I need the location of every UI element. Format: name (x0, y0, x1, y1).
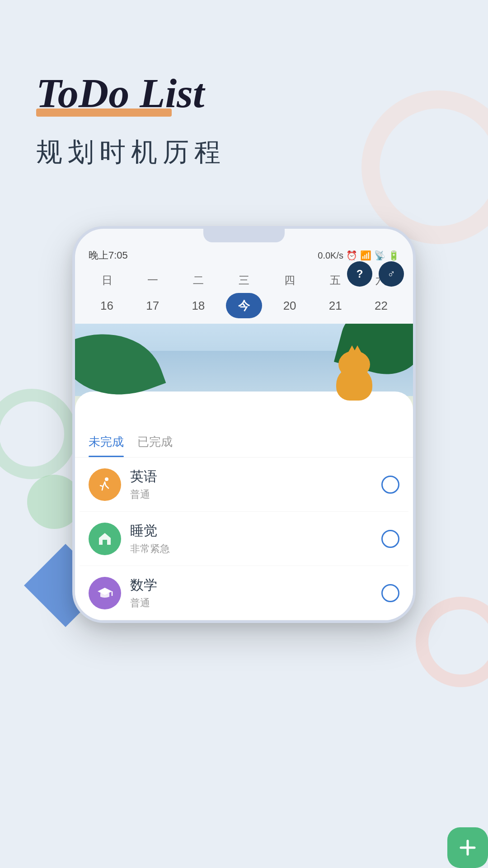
date-22[interactable]: 22 (363, 293, 399, 318)
task-priority-math: 普通 (130, 596, 372, 610)
scene-illustration (75, 324, 413, 423)
task-name-english: 英语 (130, 467, 372, 486)
tab-complete[interactable]: 已完成 (137, 434, 173, 457)
wifi-icon: 📡 (374, 250, 385, 261)
add-icon (456, 836, 479, 859)
signal-icon: 📶 (360, 250, 371, 261)
task-checkbox-sleep[interactable] (381, 530, 399, 548)
settings-button[interactable]: ♂ (379, 261, 404, 287)
date-16[interactable]: 16 (89, 293, 125, 318)
home-icon (97, 531, 113, 547)
help-button[interactable]: ? (347, 261, 372, 287)
tab-incomplete[interactable]: 未完成 (89, 434, 124, 457)
task-item-sleep[interactable]: 睡觉 非常紧急 (80, 512, 408, 566)
action-icons: ? ♂ (347, 261, 404, 287)
alarm-icon: ⏰ (346, 250, 357, 261)
battery-icon: 🔋 (388, 250, 399, 261)
task-checkbox-english[interactable] (381, 476, 399, 494)
weekday-tue: 二 (180, 273, 216, 288)
task-name-sleep: 睡觉 (130, 522, 372, 540)
task-icon-math (89, 577, 121, 609)
date-18[interactable]: 18 (180, 293, 216, 318)
bg-decoration-btn[interactable] (447, 827, 488, 868)
task-icon-english (89, 468, 121, 501)
settings-icon: ♂ (387, 268, 395, 280)
svg-point-2 (105, 477, 108, 481)
app-subtitle: 规划时机历程 (36, 135, 452, 170)
task-info-sleep: 睡觉 非常紧急 (130, 522, 372, 556)
task-priority-sleep: 非常紧急 (130, 542, 372, 556)
title-underline (36, 108, 172, 117)
task-name-math: 数学 (130, 576, 372, 594)
task-info-english: 英语 普通 (130, 467, 372, 501)
header: ToDo List 规划时机历程 (0, 0, 488, 170)
network-speed: 0.0K/s (318, 250, 343, 261)
task-checkbox-math[interactable] (381, 584, 399, 602)
bg-decoration-circle-4 (416, 597, 488, 687)
graduation-icon (97, 585, 113, 601)
date-20[interactable]: 20 (272, 293, 308, 318)
date-today[interactable]: 今 (226, 293, 262, 318)
weekday-thu: 四 (272, 273, 308, 288)
cat-figure (332, 351, 377, 401)
task-icon-sleep (89, 523, 121, 555)
task-info-math: 数学 普通 (130, 576, 372, 610)
weekday-sun: 日 (89, 273, 125, 288)
help-icon: ? (357, 268, 363, 280)
status-right: 0.0K/s ⏰ 📶 📡 🔋 (318, 250, 399, 261)
bg-decoration-circle-2 (0, 389, 77, 479)
tabs-row: 未完成 已完成 (75, 423, 413, 458)
date-21[interactable]: 21 (317, 293, 353, 318)
running-icon (97, 476, 113, 493)
content-area: 未完成 已完成 英语 普通 (75, 423, 413, 620)
app-title: ToDo List (36, 72, 452, 114)
date-17[interactable]: 17 (135, 293, 171, 318)
cat-ear-right (352, 345, 363, 355)
svg-rect-3 (103, 540, 107, 545)
task-priority-english: 普通 (130, 488, 372, 501)
weekday-wed: 三 (226, 273, 262, 288)
weekday-mon: 一 (135, 273, 171, 288)
date-row: 16 17 18 今 20 21 22 (84, 291, 404, 324)
phone-notch (203, 229, 285, 242)
task-item-math[interactable]: 数学 普通 (80, 566, 408, 620)
phone-container: 晚上7:05 0.0K/s ⏰ 📶 📡 🔋 ? ♂ (72, 226, 416, 623)
task-item-english[interactable]: 英语 普通 (80, 458, 408, 512)
task-list: 英语 普通 睡觉 非常紧急 (75, 458, 413, 620)
calendar-area: ? ♂ 日 一 二 三 四 五 六 16 17 18 今 (75, 266, 413, 324)
status-time: 晚上7:05 (89, 249, 128, 262)
phone-mockup: 晚上7:05 0.0K/s ⏰ 📶 📡 🔋 ? ♂ (72, 226, 416, 623)
cat-body (336, 367, 372, 401)
